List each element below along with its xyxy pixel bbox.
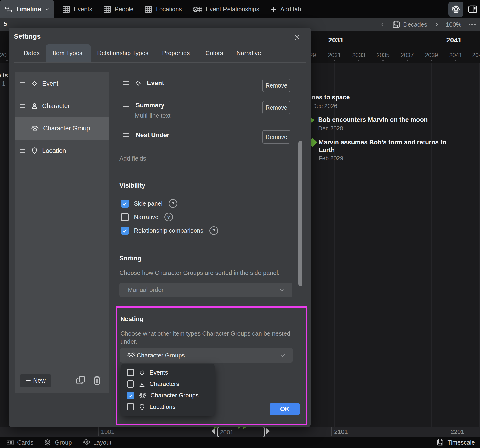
minimap-tick: [98, 427, 99, 436]
checkbox-unchecked[interactable]: [121, 213, 129, 221]
tab-dates[interactable]: Dates: [24, 50, 40, 57]
group-button[interactable]: Group: [44, 438, 72, 446]
modal-title: Settings: [14, 33, 41, 40]
tab-narrative[interactable]: Narrative: [237, 50, 261, 57]
timeline-event-title[interactable]: oes to space: [312, 94, 350, 101]
grid-icon: [103, 5, 112, 14]
tab-locations[interactable]: Locations: [144, 5, 182, 14]
checkbox-checked[interactable]: [121, 227, 129, 235]
settings-gear-button[interactable]: [448, 2, 463, 17]
list-item-character-group[interactable]: Character Group: [15, 117, 109, 140]
field-row-nest-under: Nest Under: [123, 132, 169, 139]
new-item-type-button[interactable]: New: [20, 374, 51, 387]
calendar-icon: [436, 438, 444, 446]
year-tick-label: 2039: [425, 52, 438, 59]
toolbar-partial-text: 5: [4, 21, 7, 27]
drag-handle-icon[interactable]: [20, 127, 25, 130]
timescale-value: Decades: [403, 21, 427, 28]
list-item-event[interactable]: Event: [15, 72, 109, 95]
help-icon[interactable]: ?: [164, 213, 173, 221]
drag-handle-icon[interactable]: [123, 104, 129, 107]
drag-handle-icon[interactable]: [123, 134, 129, 137]
tab-events[interactable]: Events: [62, 5, 92, 14]
timeline-event-title[interactable]: Bob encounters Marvin on the moon: [318, 116, 428, 123]
side-panel-toggle-button[interactable]: [466, 3, 479, 15]
prev-scale-button[interactable]: [380, 22, 386, 27]
drag-handle-icon[interactable]: [20, 82, 25, 85]
top-tab-bar: Timeline Events People Locations Event R…: [0, 0, 480, 18]
remove-field-button[interactable]: Remove: [262, 101, 290, 114]
group-icon: [31, 124, 39, 132]
delete-button[interactable]: [91, 374, 103, 386]
question-glyph: ?: [212, 228, 215, 234]
gridline: [456, 63, 456, 427]
sorting-dropdown[interactable]: Manual order: [120, 283, 292, 297]
calendar-icon: [392, 20, 401, 29]
add-tab-button[interactable]: Add tab: [270, 6, 301, 13]
remove-field-button[interactable]: Remove: [262, 130, 290, 144]
gear-icon: [451, 4, 461, 14]
checkbox-checked[interactable]: [121, 200, 129, 208]
year-tick-label: 2031: [328, 52, 341, 59]
tab-relationship-types[interactable]: Relationship Types: [97, 50, 148, 57]
group-label: Group: [55, 439, 72, 446]
timeline-event-title[interactable]: b is: [0, 72, 8, 79]
modal-scrollbar[interactable]: [298, 141, 302, 286]
timescale-button[interactable]: Timescale: [436, 437, 475, 448]
checkbox-label: Narrative: [134, 213, 158, 221]
tab-locations-label: Locations: [156, 6, 182, 13]
help-icon[interactable]: ?: [169, 199, 177, 208]
minimap-tick: [448, 427, 448, 436]
tab-item-types[interactable]: Item Types: [53, 50, 82, 57]
list-item-label: Event: [42, 80, 58, 87]
next-scale-button[interactable]: [434, 22, 439, 27]
timescale-select[interactable]: Decades: [392, 20, 427, 29]
visibility-heading: Visibility: [120, 182, 145, 189]
drag-handle-icon[interactable]: [20, 104, 25, 108]
section-divider: [120, 174, 294, 174]
tab-people-label: People: [115, 6, 134, 13]
help-icon[interactable]: ?: [209, 226, 218, 235]
tab-people[interactable]: People: [103, 5, 134, 14]
year-tick-label: 20: [0, 52, 7, 59]
list-item-location[interactable]: Location: [15, 140, 109, 162]
zoom-level[interactable]: 100%: [446, 21, 462, 28]
nesting-highlight-box: [116, 306, 307, 425]
cards-button[interactable]: Cards: [6, 438, 33, 446]
duplicate-button[interactable]: [75, 374, 87, 386]
minimap-left-arrow[interactable]: [211, 428, 215, 434]
timeline-event-date: 0 Dec 2026: [307, 103, 337, 109]
layout-label: Layout: [93, 439, 112, 446]
timeline-icon: [4, 5, 12, 13]
remove-field-button[interactable]: Remove: [262, 79, 290, 92]
tab-colors[interactable]: Colors: [205, 50, 223, 57]
field-divider: [120, 148, 294, 148]
minimap-right-arrow[interactable]: [266, 428, 270, 434]
layout-button[interactable]: Layout: [82, 438, 112, 446]
timeline-event-title[interactable]: Marvin assumes Bob’s form and returns to…: [319, 139, 447, 154]
section-divider: [120, 305, 294, 305]
more-options-icon[interactable]: [468, 23, 476, 26]
minimap-year-label: 1901: [101, 428, 114, 435]
decade-tick: [326, 32, 326, 44]
section-divider: [120, 247, 294, 247]
add-fields-button[interactable]: Add fields: [120, 155, 146, 162]
drag-handle-icon[interactable]: [20, 149, 25, 153]
visibility-option-side-panel: Side panel ?: [121, 199, 177, 208]
tab-properties[interactable]: Properties: [162, 50, 190, 57]
tabs-divider: [14, 62, 306, 63]
timescale-minimap[interactable]: 1901 2101 2201 2001: [0, 427, 480, 437]
tab-event-relationships[interactable]: Event Relationships: [193, 5, 259, 14]
drag-handle-icon[interactable]: [123, 81, 129, 85]
ruler-dot: [334, 60, 335, 61]
field-name: Nest Under: [136, 132, 169, 139]
field-type: Multi-line text: [135, 112, 170, 119]
sorting-description: Choose how Character Groups are sorted i…: [120, 269, 353, 277]
field-name: Event: [147, 79, 164, 87]
tab-timeline[interactable]: Timeline: [0, 0, 54, 18]
minimap-window-year: 2001: [220, 429, 233, 436]
minimap-view-window[interactable]: 2001: [217, 427, 265, 437]
list-item-character[interactable]: Character: [15, 95, 109, 117]
ruler-dot: [358, 60, 360, 61]
close-button[interactable]: [292, 32, 302, 43]
